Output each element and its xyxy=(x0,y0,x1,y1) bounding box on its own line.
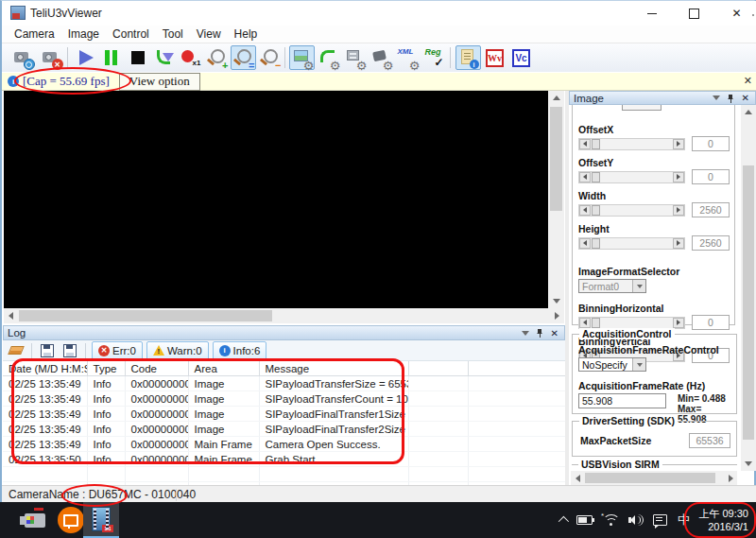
scroll-thumb[interactable] xyxy=(743,165,754,440)
zoom-in-button[interactable]: + xyxy=(204,45,230,70)
offsety-slider[interactable] xyxy=(578,171,685,183)
speaker-icon[interactable] xyxy=(628,514,643,526)
binning-horizontal-slider[interactable] xyxy=(578,317,685,329)
log-row[interactable]: 02/25 13:35:49Info0x00000000ImageSIPaylo… xyxy=(3,376,565,391)
xml-settings-button[interactable]: XML⚙ xyxy=(395,45,421,70)
image-display-canvas[interactable] xyxy=(4,91,548,308)
scroll-thumb[interactable] xyxy=(585,473,715,483)
warning-filter-toggle[interactable]: !Warn:0 xyxy=(146,341,209,360)
viewer-vertical-scrollbar[interactable] xyxy=(548,91,564,308)
menu-tool[interactable]: Tool xyxy=(156,26,190,43)
clear-log-button[interactable] xyxy=(7,346,26,355)
slider-right-arrow[interactable] xyxy=(673,172,684,182)
panel-menu-icon[interactable] xyxy=(713,95,720,100)
wv-tool-button[interactable]: Wv xyxy=(482,45,507,70)
viewer-horizontal-scrollbar[interactable] xyxy=(4,308,564,323)
panel-close-icon[interactable]: ✕ xyxy=(742,93,749,103)
slider-right-arrow[interactable] xyxy=(673,205,684,216)
column-date[interactable]: Date (M/D H:M:S) xyxy=(3,361,87,376)
save-log-button[interactable] xyxy=(38,344,57,357)
scroll-down-button[interactable] xyxy=(741,457,756,471)
panel-horizontal-scrollbar[interactable] xyxy=(571,471,737,485)
taskbar-clock[interactable]: 上午 09:30 2016/3/1 xyxy=(698,502,752,538)
slider-left-arrow[interactable] xyxy=(579,318,591,328)
menu-image[interactable]: Image xyxy=(61,26,106,43)
close-button[interactable]: ✕ xyxy=(715,1,756,26)
taskbar-camera-app[interactable] xyxy=(17,502,53,538)
pin-icon[interactable] xyxy=(727,94,735,103)
register-check-button[interactable]: Reg✓ xyxy=(421,45,447,70)
close-camera-button[interactable]: ✕ xyxy=(38,45,63,70)
column-code[interactable]: Code xyxy=(125,361,188,376)
dropdown-arrow-icon[interactable] xyxy=(632,358,645,371)
slider-right-arrow[interactable] xyxy=(673,238,684,249)
display-settings-button[interactable]: ⚙ xyxy=(289,45,315,70)
offsetx-slider[interactable] xyxy=(578,138,685,150)
scroll-left-button[interactable] xyxy=(571,471,584,485)
pin-icon[interactable] xyxy=(536,328,544,338)
title-bar[interactable]: TeliU3vViewer ✕ xyxy=(2,1,756,26)
zoom-fit-button[interactable]: = xyxy=(231,45,256,70)
taskbar-teli-viewer-active[interactable]: 1:1 xyxy=(83,502,119,538)
log-table[interactable]: Date (M/D H:M:S) Type Code Area Message … xyxy=(3,361,565,497)
scroll-down-button[interactable] xyxy=(548,294,564,308)
slider-right-arrow[interactable] xyxy=(673,139,684,149)
width-slider[interactable] xyxy=(578,204,685,217)
ime-indicator[interactable]: 中 xyxy=(678,512,690,529)
maximize-button[interactable] xyxy=(673,1,715,26)
info-filter-toggle[interactable]: iInfo:6 xyxy=(213,341,267,360)
slider-left-arrow[interactable] xyxy=(579,238,591,249)
log-row[interactable]: 02/25 13:35:49Info0x00000000ImageSIPaylo… xyxy=(3,407,565,422)
column-message[interactable]: Message xyxy=(259,361,408,376)
slider-thumb[interactable] xyxy=(592,139,600,149)
notification-icon[interactable] xyxy=(653,514,667,526)
column-area[interactable]: Area xyxy=(188,361,259,376)
menu-control[interactable]: Control xyxy=(106,26,156,43)
device-settings-button[interactable]: ⚙ xyxy=(342,45,368,70)
stop-button[interactable] xyxy=(125,45,150,70)
slider-left-arrow[interactable] xyxy=(579,172,591,182)
scroll-up-button[interactable] xyxy=(741,105,756,119)
slider-thumb[interactable] xyxy=(592,205,600,216)
column-type[interactable]: Type xyxy=(87,361,125,376)
error-filter-toggle[interactable]: ✕Err:0 xyxy=(92,341,143,360)
scroll-right-button[interactable] xyxy=(550,308,564,323)
frame-rate-input[interactable]: 55.908 xyxy=(578,393,666,408)
slider-right-arrow[interactable] xyxy=(673,318,684,328)
scroll-left-button[interactable] xyxy=(4,308,18,323)
slider-thumb[interactable] xyxy=(592,238,600,249)
vc-tool-button[interactable]: Vc xyxy=(508,45,534,70)
menu-camera[interactable]: Camera xyxy=(8,26,61,43)
save-log-as-button[interactable] xyxy=(60,344,79,357)
infobar-close-icon[interactable]: ✕ xyxy=(744,76,752,86)
log-row[interactable]: 02/25 13:35:49Info0x00000000ImageSIPaylo… xyxy=(3,422,565,437)
minimize-button[interactable] xyxy=(630,1,673,26)
battery-icon[interactable] xyxy=(576,515,593,525)
scroll-up-button[interactable] xyxy=(548,91,564,105)
menu-view[interactable]: View xyxy=(190,26,228,43)
panel-vertical-scrollbar[interactable] xyxy=(741,105,756,471)
wifi-icon[interactable]: * xyxy=(603,515,618,526)
slider-left-arrow[interactable] xyxy=(579,139,591,149)
image-format-dropdown[interactable]: Format0 xyxy=(578,279,646,293)
log-row[interactable]: 02/25 13:35:49Info0x00000000Main FrameCa… xyxy=(3,437,565,452)
camera-settings-button[interactable]: ⚙ xyxy=(369,45,394,70)
grab-start-button[interactable] xyxy=(72,45,97,70)
open-camera-button[interactable] xyxy=(9,45,35,70)
dropdown-arrow-icon[interactable] xyxy=(632,280,645,292)
scroll-right-button[interactable] xyxy=(724,471,737,485)
log-header-row[interactable]: Date (M/D H:M:S) Type Code Area Message xyxy=(3,361,565,376)
height-slider[interactable] xyxy=(578,237,685,250)
log-view-button[interactable]: i xyxy=(455,45,481,70)
view-option-button[interactable]: View option xyxy=(119,73,200,91)
slider-thumb[interactable] xyxy=(592,318,600,328)
tray-expand-icon[interactable] xyxy=(558,516,569,527)
stream-settings-button[interactable]: ⚙ xyxy=(316,45,341,70)
trigger-button[interactable] xyxy=(151,45,177,70)
panel-close-icon[interactable]: ✕ xyxy=(551,328,558,338)
menu-help[interactable]: Help xyxy=(228,26,265,43)
frame-rate-control-dropdown[interactable]: NoSpecify xyxy=(578,357,646,372)
pause-button[interactable] xyxy=(98,45,124,70)
slider-thumb[interactable] xyxy=(592,172,600,182)
zoom-out-button[interactable]: − xyxy=(257,45,283,70)
